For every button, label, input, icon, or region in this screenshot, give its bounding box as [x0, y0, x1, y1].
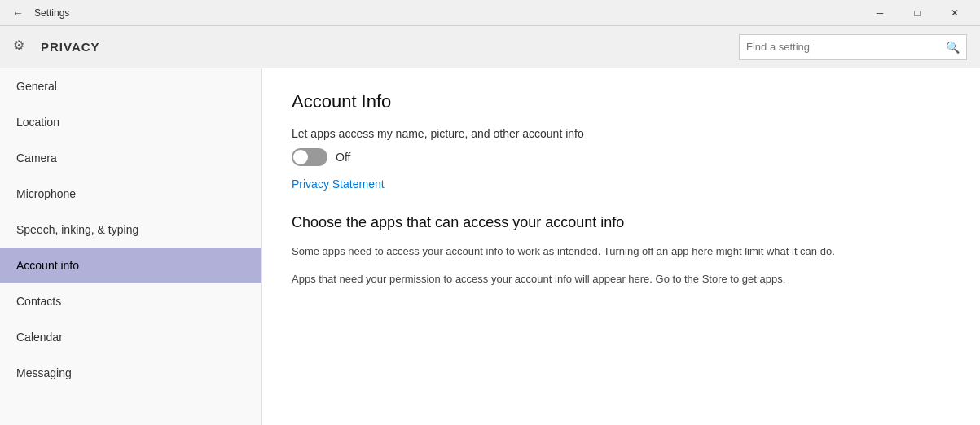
window-controls: ─ □ ✕	[861, 0, 973, 26]
window-title: Settings	[34, 7, 69, 19]
sidebar-item-messaging[interactable]: Messaging	[0, 355, 261, 391]
page-title: Account Info	[292, 91, 951, 112]
sidebar-item-account-info[interactable]: Account info	[0, 248, 261, 283]
minimize-button[interactable]: ─	[861, 0, 899, 26]
account-info-toggle[interactable]	[292, 148, 327, 166]
sidebar-item-speech--inking----typing[interactable]: Speech, inking, & typing	[0, 212, 261, 248]
sidebar-item-general[interactable]: General	[0, 68, 261, 104]
title-bar: ← Settings ─ □ ✕	[0, 0, 980, 26]
description-1: Some apps need to access your account in…	[292, 243, 951, 260]
toggle-knob	[293, 150, 308, 164]
settings-gear-icon: ⚙	[13, 37, 33, 57]
toggle-state-label: Off	[336, 151, 350, 164]
sidebar-item-calendar[interactable]: Calendar	[0, 319, 261, 355]
sidebar-item-contacts[interactable]: Contacts	[0, 283, 261, 319]
privacy-statement-link[interactable]: Privacy Statement	[292, 177, 951, 191]
close-button[interactable]: ✕	[936, 0, 973, 26]
sidebar: GeneralLocationCameraMicrophoneSpeech, i…	[0, 68, 262, 425]
sidebar-item-microphone[interactable]: Microphone	[0, 176, 261, 212]
sidebar-item-location[interactable]: Location	[0, 104, 261, 140]
search-input[interactable]	[746, 41, 946, 53]
toggle-row[interactable]: Off	[292, 148, 951, 166]
search-box[interactable]: 🔍	[739, 34, 967, 60]
maximize-button[interactable]: □	[899, 0, 936, 26]
section-heading: Choose the apps that can access your acc…	[292, 213, 951, 232]
app-title: PRIVACY	[41, 40, 100, 54]
sidebar-item-camera[interactable]: Camera	[0, 140, 261, 176]
search-icon[interactable]: 🔍	[946, 41, 960, 54]
description-2: Apps that need your permission to access…	[292, 271, 951, 287]
back-button[interactable]: ←	[7, 2, 29, 24]
main-layout: GeneralLocationCameraMicrophoneSpeech, i…	[0, 68, 980, 425]
content-area: Account Info Let apps access my name, pi…	[262, 68, 980, 425]
header-bar: ⚙ PRIVACY 🔍	[0, 26, 980, 68]
toggle-description: Let apps access my name, picture, and ot…	[292, 127, 951, 140]
